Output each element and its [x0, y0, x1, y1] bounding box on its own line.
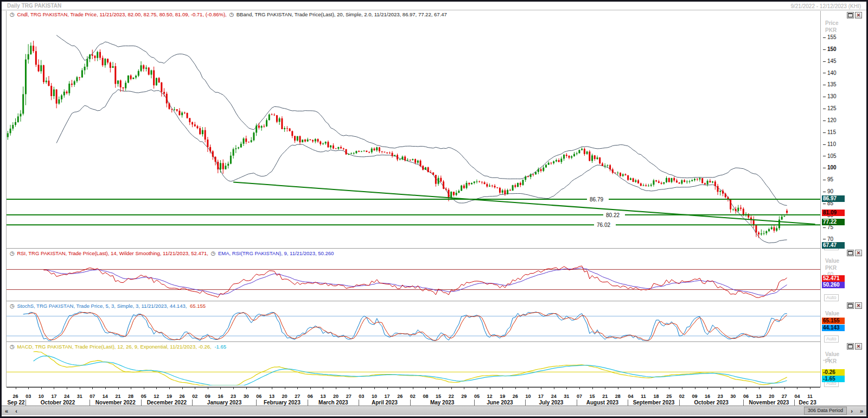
- price-legend: ◷ Cndl, TRG PAKISTAN, Trade Price, 11/21…: [9, 11, 447, 18]
- day-label: 03: [359, 394, 364, 399]
- day-tick: [733, 388, 733, 389]
- day-label: 17: [51, 394, 56, 399]
- day-label: 13: [756, 394, 762, 399]
- day-label: 28: [128, 394, 133, 399]
- clock-icon: ◷: [10, 344, 15, 350]
- close-icon: ✕: [857, 344, 861, 349]
- day-label: 15: [590, 394, 595, 399]
- restore-icon: [848, 251, 853, 255]
- legend-rsi-series[interactable]: RSI, TRG PAKISTAN, Trade Price(Last), 14…: [17, 250, 208, 256]
- legend-macd-series[interactable]: MACD, TRG PAKISTAN, Trade Price(Last), 1…: [17, 344, 211, 350]
- day-tick: [156, 388, 157, 389]
- macd-svg: [7, 351, 820, 385]
- day-label: 09: [692, 394, 697, 399]
- price-tick-label: 135: [823, 81, 837, 87]
- day-tick: [310, 388, 311, 389]
- price-axis: ✕PricePKR1551501451401351301251201151101…: [821, 11, 866, 249]
- day-tick: [720, 388, 721, 389]
- restore-window-button[interactable]: [847, 250, 854, 256]
- day-label: 09: [205, 394, 210, 399]
- day-label: 02: [192, 394, 197, 399]
- close-icon: ✕: [857, 13, 861, 18]
- legend-macd-signal-value[interactable]: -1.65: [214, 344, 226, 350]
- day-tick: [323, 388, 323, 389]
- rsi-svg: [7, 258, 820, 300]
- day-tick: [374, 388, 375, 389]
- price-tick-label: 125: [823, 105, 837, 111]
- day-label: 21: [115, 394, 120, 399]
- value-badge: 50.260: [822, 282, 845, 288]
- clock-icon: ◷: [211, 250, 216, 256]
- day-label: 07: [577, 394, 582, 399]
- legend-stoch-series[interactable]: StochS, TRG PAKISTAN, Trade Price, 5, 3,…: [17, 303, 187, 309]
- scroll-far-right-button[interactable]: »: [857, 407, 866, 415]
- day-tick: [579, 388, 580, 389]
- day-label: 16: [218, 394, 223, 399]
- legend-rsi-ema-series[interactable]: EMA, RSI(TRG PAKISTAN), 9, 11/21/2023, 5…: [218, 250, 334, 256]
- rsi-chart-area[interactable]: [7, 258, 820, 300]
- legend-stoch-d-value[interactable]: 65.155: [190, 303, 206, 309]
- stoch-panel: ◷ StochS, TRG PAKISTAN, Trade Price, 5, …: [7, 301, 820, 342]
- day-tick: [554, 388, 554, 389]
- price-tick-label: 110: [823, 141, 836, 147]
- data-period-control[interactable]: 306 Data Period: [804, 407, 847, 415]
- day-tick: [502, 388, 503, 389]
- day-label: 21: [602, 394, 608, 399]
- scroll-right-button[interactable]: ›: [847, 407, 857, 415]
- stoch-chart-area[interactable]: [7, 311, 820, 341]
- day-label: 06: [256, 394, 261, 399]
- value-badge: 77.22: [822, 219, 845, 225]
- day-tick: [810, 388, 810, 389]
- axis-auto-toggle[interactable]: Auto: [824, 294, 839, 301]
- day-tick: [759, 388, 760, 389]
- macd-chart-area[interactable]: [7, 351, 820, 385]
- axis-header: Value: [825, 310, 839, 317]
- legend-candle-series[interactable]: Cndl, TRG PAKISTAN, Trade Price, 11/21/2…: [17, 11, 226, 17]
- day-tick: [669, 388, 669, 389]
- day-tick: [656, 388, 657, 389]
- day-label: 20: [282, 394, 288, 399]
- scroll-far-left-button[interactable]: «: [2, 407, 11, 415]
- day-label: 25: [666, 394, 672, 399]
- day-tick: [630, 388, 631, 389]
- day-tick: [566, 388, 567, 389]
- horizontal-scrollbar[interactable]: « ‹ 306 Data Period › »: [2, 406, 866, 415]
- close-icon: ✕: [857, 251, 861, 256]
- day-label: 24: [551, 394, 557, 399]
- day-label: 20: [333, 394, 339, 399]
- day-tick: [682, 388, 682, 389]
- axis-header: PKR: [825, 27, 837, 34]
- price-chart-area[interactable]: 86.7980.2276.02: [7, 18, 820, 249]
- day-tick: [361, 388, 362, 389]
- restore-window-button[interactable]: [847, 302, 854, 309]
- scroll-left-button[interactable]: ‹: [11, 407, 21, 415]
- day-tick: [195, 388, 195, 389]
- day-label: 11: [641, 394, 646, 399]
- price-tick-label: 120: [823, 117, 837, 123]
- close-window-button[interactable]: ✕: [855, 302, 862, 309]
- day-tick: [592, 388, 593, 389]
- day-label: 18: [654, 394, 659, 399]
- restore-window-button[interactable]: [847, 12, 854, 18]
- restore-window-button[interactable]: [847, 343, 854, 350]
- day-tick: [220, 388, 221, 389]
- close-window-button[interactable]: ✕: [855, 343, 862, 350]
- day-tick: [118, 388, 119, 389]
- close-window-button[interactable]: ✕: [855, 12, 862, 18]
- price-tick-label: 130: [823, 93, 837, 99]
- day-tick: [618, 388, 618, 389]
- value-badge: 81.09: [822, 210, 845, 216]
- day-tick: [16, 388, 16, 389]
- macd-panel: ◷ MACD, TRG PAKISTAN, Trade Price(Last),…: [7, 342, 820, 387]
- day-label: 12: [487, 394, 493, 399]
- day-tick: [438, 388, 439, 389]
- day-tick: [451, 388, 452, 389]
- day-label: 26: [13, 394, 18, 399]
- legend-bband-series[interactable]: BBand, TRG PAKISTAN, Trade Price(Last), …: [237, 11, 447, 17]
- day-tick: [259, 388, 259, 389]
- close-window-button[interactable]: ✕: [855, 250, 862, 256]
- day-tick: [464, 388, 464, 389]
- day-tick: [92, 388, 93, 389]
- day-tick: [336, 388, 336, 389]
- value-tick-label: 5: [823, 357, 831, 363]
